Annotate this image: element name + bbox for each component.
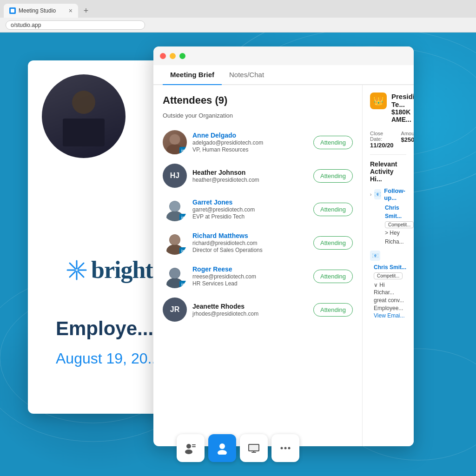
bright-logo-text: bright xyxy=(91,256,153,284)
attending-badge: Attending xyxy=(313,236,353,250)
avatar: in xyxy=(163,264,187,288)
attendee-name[interactable]: Heather Johnson xyxy=(192,169,308,176)
participants-toolbar-button[interactable] xyxy=(177,434,205,462)
activity-preview: > Hey Richa... xyxy=(385,230,404,245)
opp-amount-detail: Amou... $250... xyxy=(401,131,414,149)
svg-point-35 xyxy=(185,450,192,454)
avatar: JR xyxy=(163,298,187,322)
right-panel: 👑 Presidio Te... $180K AME... Close Date… xyxy=(363,85,414,446)
browser-tab-meeting-studio[interactable]: Meeting Studio × xyxy=(4,4,78,18)
attending-badge: Attending xyxy=(313,136,353,149)
tab-meeting-brief[interactable]: Meeting Brief xyxy=(163,65,222,84)
attendee-name[interactable]: Jeanette Rhodes xyxy=(192,303,308,310)
slide-date: August 19, 20... xyxy=(56,350,160,367)
avatar: in xyxy=(163,197,187,221)
attendee-email: adelgado@presidiotech.com xyxy=(192,139,308,146)
avatar: in xyxy=(163,231,187,255)
divider xyxy=(370,154,406,155)
opportunity-card: 👑 Presidio Te... $180K AME... xyxy=(370,93,406,123)
attendee-item: HJ Heather Johnson heather@presidiotech.… xyxy=(163,159,353,192)
chevron-right-icon[interactable]: › xyxy=(370,192,371,197)
close-window-button[interactable] xyxy=(160,53,166,59)
linkedin-badge: in xyxy=(179,214,187,221)
window-titlebar xyxy=(153,46,414,65)
svg-line-21 xyxy=(70,271,75,277)
activity-header: 📧 xyxy=(370,251,406,261)
svg-point-40 xyxy=(220,444,225,449)
attendee-item: in Roger Reese rreese@presidiotech.com H… xyxy=(163,259,353,293)
linkedin-badge: in xyxy=(179,247,187,255)
activity-email-icon: 📧 xyxy=(370,251,380,261)
attendee-item: in Anne Delgado adelgado@presidiotech.co… xyxy=(163,126,353,159)
browser-tabs: Meeting Studio × + xyxy=(0,0,476,18)
activity-title[interactable]: Follow-up... xyxy=(384,187,406,201)
attendee-name[interactable]: Richard Matthews xyxy=(192,232,308,239)
attendee-info: Anne Delgado adelgado@presidiotech.com V… xyxy=(192,132,308,153)
activity-sender: Chris Smit... xyxy=(385,205,402,219)
activity-item: › 📧 Follow-up... Chris Smit... Competit.… xyxy=(370,187,406,246)
svg-point-34 xyxy=(186,444,191,449)
svg-rect-13 xyxy=(63,119,105,146)
attending-badge: Attending xyxy=(313,303,353,317)
attendee-name[interactable]: Garret Jones xyxy=(192,198,308,206)
svg-point-27 xyxy=(170,201,180,212)
attendees-toolbar-button[interactable] xyxy=(208,434,236,462)
video-person xyxy=(42,74,126,158)
attendee-role: HR Services Lead xyxy=(192,280,308,287)
attendee-name[interactable]: Roger Reese xyxy=(192,265,308,273)
svg-point-30 xyxy=(170,235,180,245)
attendee-role: VP, Human Resources xyxy=(192,146,308,153)
slide-title: Employe... xyxy=(56,318,153,339)
attendee-info: Jeanette Rhodes jrhodes@presidiotech.com xyxy=(192,303,308,317)
section-label: Outside your Organization xyxy=(163,112,353,119)
browser-address-bar: o/studio.app xyxy=(0,18,476,33)
activity-tag: Competit... xyxy=(374,272,403,279)
browser-chrome: Meeting Studio × + o/studio.app xyxy=(0,0,476,33)
attendee-email: jrhodes@presidiotech.com xyxy=(192,311,308,317)
bottom-toolbar xyxy=(177,434,299,462)
attendee-email: rreese@presidiotech.com xyxy=(192,273,308,280)
attendee-email: heather@presidiotech.com xyxy=(192,177,308,183)
address-bar-input[interactable]: o/studio.app xyxy=(6,20,145,30)
more-options-toolbar-button[interactable] xyxy=(271,434,299,462)
attendees-title: Attendees (9) xyxy=(163,94,353,106)
activity-tag: Competit... xyxy=(385,221,414,228)
attending-badge: Attending xyxy=(313,169,353,183)
linkedin-badge: in xyxy=(179,147,187,154)
main-area: bright Employe... August 19, 20... Meeti… xyxy=(0,33,476,476)
opportunity-amount: $180K AME... xyxy=(391,108,414,123)
minimize-window-button[interactable] xyxy=(170,53,176,59)
svg-rect-44 xyxy=(249,445,258,450)
attendees-panel: Attendees (9) Outside your Organization … xyxy=(153,85,363,446)
new-tab-button[interactable]: + xyxy=(80,5,92,17)
close-date-value: 11/20/20 xyxy=(370,142,394,149)
attendee-email: richard@presidiotech.com xyxy=(192,240,308,246)
tab-close-button[interactable]: × xyxy=(69,7,73,14)
maximize-window-button[interactable] xyxy=(179,53,185,59)
meeting-studio-window: Meeting Brief Notes/Chat Attendees (9) O… xyxy=(153,46,414,446)
activity-email-icon: 📧 xyxy=(374,189,381,199)
svg-line-20 xyxy=(78,263,84,269)
activity-preview: ∨ Hi Richar... great conv... Employee... xyxy=(374,281,406,312)
attending-badge: Attending xyxy=(313,203,353,216)
svg-line-18 xyxy=(70,263,75,269)
avatar-initials: JR xyxy=(163,298,187,322)
opportunity-meta: Close Date: 11/20/20 Amou... $250... xyxy=(370,131,406,149)
svg-point-47 xyxy=(288,447,291,450)
opp-close-date: Close Date: 11/20/20 xyxy=(370,131,394,149)
attending-badge: Attending xyxy=(313,270,353,283)
attendee-info: Richard Matthews richard@presidiotech.co… xyxy=(192,232,308,253)
svg-point-11 xyxy=(72,91,95,114)
screen-toolbar-button[interactable] xyxy=(240,434,268,462)
opportunity-title: Presidio Te... xyxy=(391,93,414,108)
window-content: Attendees (9) Outside your Organization … xyxy=(153,85,414,446)
linkedin-badge: in xyxy=(179,281,187,288)
avatar-initials: HJ xyxy=(163,164,187,188)
tab-title: Meeting Studio xyxy=(19,7,56,14)
attendee-role: Director of Sales Operations xyxy=(192,247,308,253)
tab-notes-chat[interactable]: Notes/Chat xyxy=(222,65,271,84)
svg-point-45 xyxy=(281,447,283,450)
svg-point-39 xyxy=(218,450,227,455)
view-email-link[interactable]: View Emai... xyxy=(374,312,406,319)
attendee-name[interactable]: Anne Delgado xyxy=(192,132,308,139)
